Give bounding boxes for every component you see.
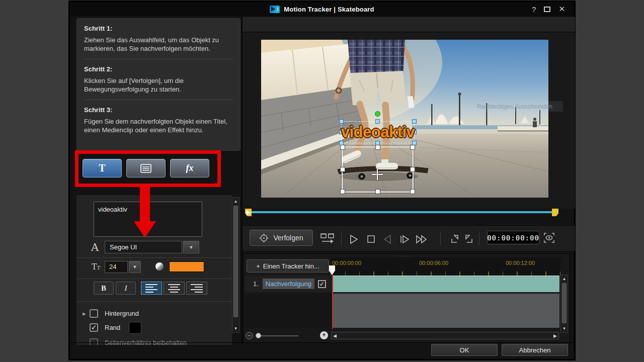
- scrollbar-thumb[interactable]: [562, 283, 567, 323]
- cancel-button[interactable]: Abbrechen: [502, 344, 568, 356]
- close-button[interactable]: ✕: [558, 5, 565, 14]
- font-size-field[interactable]: 24: [105, 261, 128, 273]
- tracker-handle[interactable]: [410, 189, 415, 194]
- tracker-handle[interactable]: [375, 145, 380, 150]
- timeline-zoom-out-button[interactable]: −: [246, 332, 253, 339]
- tracker-handle[interactable]: [340, 167, 345, 172]
- minus-icon: −: [248, 332, 251, 338]
- stop-icon[interactable]: [365, 233, 377, 245]
- maximize-button[interactable]: [544, 7, 550, 12]
- step-2: Schritt 2: Klicken Sie auf [Verfolgen], …: [84, 65, 233, 94]
- keep-aspect-checkbox[interactable]: [90, 338, 98, 345]
- seek-bar[interactable]: [248, 211, 556, 213]
- step-3: Schritt 3: Fügen Sie dem nachverfolgten …: [84, 106, 233, 134]
- track-across-frames-icon[interactable]: [320, 233, 335, 245]
- add-mediaclip-button[interactable]: [126, 159, 166, 177]
- preview-toolbar-strip: [243, 17, 575, 32]
- next-frame-icon[interactable]: [398, 233, 410, 245]
- tracker-handle[interactable]: [340, 145, 345, 150]
- timeline-ruler[interactable]: 00:00:00:00 00:00:06:00 00:00:12:00: [331, 257, 560, 277]
- tracker-handle[interactable]: [340, 189, 345, 194]
- bold-button[interactable]: B: [94, 282, 114, 295]
- timeline-horizontal-scrollbar[interactable]: ◀ ▶: [331, 332, 559, 339]
- preview-quality-eye-icon[interactable]: [543, 232, 555, 243]
- scroll-right-icon[interactable]: ▶: [553, 333, 557, 338]
- align-left-button[interactable]: [141, 282, 162, 295]
- align-right-button[interactable]: [186, 282, 207, 295]
- attachment-lane-header: [245, 294, 332, 328]
- font-family-select[interactable]: Segoe UI: [105, 241, 182, 253]
- font-size-dropdown-button[interactable]: ▼: [129, 261, 141, 273]
- titlebar: Motion Tracker | Skateboard ? ✕: [70, 2, 574, 16]
- steps-card: Schritt 1: Ziehen Sie das Auswahlfeld, u…: [76, 18, 240, 151]
- background-checkbox[interactable]: [90, 309, 98, 318]
- scroll-left-icon[interactable]: ◀: [333, 333, 337, 338]
- tracker-crosshair: [377, 169, 378, 180]
- mark-in-icon[interactable]: [450, 234, 460, 244]
- properties-scrollbar[interactable]: ▲ ▼: [232, 197, 239, 333]
- annotation-arrow-stem: [140, 186, 150, 222]
- track-button[interactable]: Verfolgen: [250, 230, 313, 246]
- seek-playhead-icon[interactable]: [247, 210, 251, 215]
- title-text-icon: T: [99, 162, 105, 174]
- divider: [76, 279, 232, 279]
- ruler-tick-label: 00:00:00:00: [332, 260, 361, 266]
- tracker-handle[interactable]: [375, 189, 380, 194]
- add-tracker-button[interactable]: + Einen Tracker hin...: [247, 259, 329, 273]
- media-clip-icon: [139, 163, 152, 173]
- timeline-zoom-thumb[interactable]: [256, 333, 261, 338]
- motion-tracker-dialog: Motion Tracker | Skateboard ? ✕ Schritt …: [69, 1, 575, 360]
- tracker-handle[interactable]: [410, 145, 415, 150]
- font-size-icon: TT: [92, 262, 100, 272]
- divider: [479, 231, 479, 245]
- font-family-dropdown-button[interactable]: ▼: [183, 241, 199, 253]
- bold-icon: B: [101, 284, 106, 293]
- border-color-swatch[interactable]: [129, 322, 141, 334]
- video-title-overlay[interactable]: videoaktiv: [338, 123, 418, 141]
- italic-button[interactable]: I: [116, 282, 136, 295]
- check-icon: ✓: [319, 281, 325, 288]
- check-icon: ✓: [91, 324, 97, 331]
- annotation-arrow-head: [134, 221, 156, 238]
- scroll-down-icon[interactable]: ▼: [232, 326, 239, 331]
- previous-frame-icon[interactable]: [382, 233, 394, 245]
- align-center-button[interactable]: [164, 282, 185, 295]
- border-checkbox[interactable]: ✓: [90, 323, 98, 332]
- trim-end-marker[interactable]: [552, 209, 558, 216]
- timeline-playhead-line[interactable]: [332, 275, 333, 329]
- divider: [70, 342, 574, 343]
- track-enabled-checkbox[interactable]: ✓: [318, 280, 326, 288]
- tracker-clip[interactable]: [333, 276, 559, 292]
- fast-forward-icon[interactable]: [415, 233, 428, 245]
- track-number: 1.: [253, 280, 259, 288]
- mark-out-icon[interactable]: [463, 234, 473, 244]
- timeline-zoom-in-button[interactable]: +: [320, 331, 328, 339]
- divider: [76, 301, 232, 302]
- scroll-up-icon[interactable]: ▲: [561, 277, 568, 281]
- font-face-icon: A: [91, 241, 99, 253]
- play-icon[interactable]: [347, 233, 359, 245]
- background-label: Hintergrund: [105, 310, 139, 317]
- tracker-handle[interactable]: [410, 167, 415, 172]
- window-title: Motion Tracker | Skateboard: [284, 6, 374, 13]
- scroll-down-icon[interactable]: ▼: [561, 326, 568, 331]
- track-button-label: Verfolgen: [273, 234, 303, 242]
- track-name-field[interactable]: Nachverfolgung: [263, 279, 314, 289]
- chevron-down-icon: ▼: [189, 245, 194, 250]
- add-title-button[interactable]: T: [83, 159, 122, 177]
- add-effect-button[interactable]: fx: [170, 159, 209, 177]
- font-color-swatch[interactable]: [169, 261, 204, 272]
- timeline-zoom-slider[interactable]: [256, 335, 298, 336]
- scrollbar-thumb[interactable]: [233, 206, 238, 317]
- border-label: Rand: [105, 324, 120, 331]
- divider: [84, 100, 233, 100]
- attachment-lane[interactable]: [333, 294, 559, 328]
- expander-icon[interactable]: ▶: [83, 311, 86, 316]
- rotation-handle[interactable]: [375, 111, 380, 117]
- scroll-up-icon[interactable]: ▲: [232, 199, 239, 204]
- timeline-vertical-scrollbar[interactable]: ▲ ▼: [560, 275, 568, 333]
- help-button[interactable]: ?: [532, 5, 536, 14]
- plus-icon: +: [256, 262, 260, 270]
- ok-button[interactable]: OK: [431, 344, 498, 356]
- step-1-text: Ziehen Sie das Auswahlfeld, um das Objek…: [84, 36, 233, 53]
